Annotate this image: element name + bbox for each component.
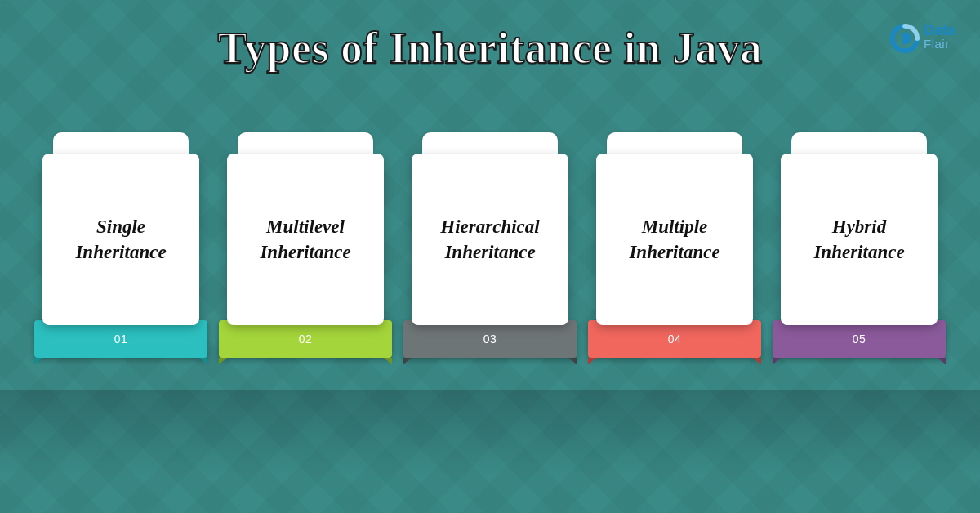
logo-text-line1: Data	[924, 23, 956, 38]
card-multiple-inheritance: Multiple Inheritance 04	[596, 132, 753, 358]
card-single-inheritance: Single Inheritance 01	[42, 132, 199, 358]
card-tab	[422, 132, 557, 154]
card-label: Single Inheritance	[54, 214, 188, 265]
card-tab	[791, 132, 926, 154]
brand-logo: Data Flair	[889, 23, 956, 54]
card-hybrid-inheritance: Hybrid Inheritance 05	[781, 132, 938, 358]
card-number: 03	[483, 332, 497, 346]
card-body: Multiple Inheritance	[596, 154, 753, 325]
card-body: Hybrid Inheritance	[781, 154, 938, 325]
card-body: Single Inheritance	[42, 154, 199, 325]
card-number: 05	[853, 332, 866, 346]
card-label: Hybrid Inheritance	[792, 214, 926, 265]
card-number-ribbon: 01	[34, 320, 207, 358]
card-number-ribbon: 04	[588, 320, 761, 358]
card-label: Hierarchical Inheritance	[423, 214, 557, 265]
card-body: Multilevel Inheritance	[227, 154, 384, 325]
card-tab	[607, 132, 742, 154]
logo-icon	[889, 23, 920, 54]
card-tab	[238, 132, 372, 154]
card-number: 02	[299, 332, 313, 346]
card-label: Multiple Inheritance	[608, 214, 742, 265]
card-row: Single Inheritance 01 Multilevel Inherit…	[0, 132, 980, 358]
card-label: Multilevel Inheritance	[238, 214, 372, 265]
card-number-ribbon: 05	[773, 320, 946, 358]
page-title: Types of Inheritance in Java	[0, 0, 980, 74]
logo-text-line2: Flair	[924, 38, 956, 50]
card-hierarchical-inheritance: Hierarchical Inheritance 03	[412, 132, 568, 358]
card-number-ribbon: 03	[403, 320, 577, 358]
card-multilevel-inheritance: Multilevel Inheritance 02	[227, 132, 384, 358]
card-number: 01	[114, 332, 128, 346]
card-tab	[53, 132, 188, 154]
floor-reflection	[0, 390, 980, 513]
card-body: Hierarchical Inheritance	[412, 154, 568, 325]
card-number-ribbon: 02	[219, 320, 392, 358]
card-number: 04	[668, 332, 682, 346]
